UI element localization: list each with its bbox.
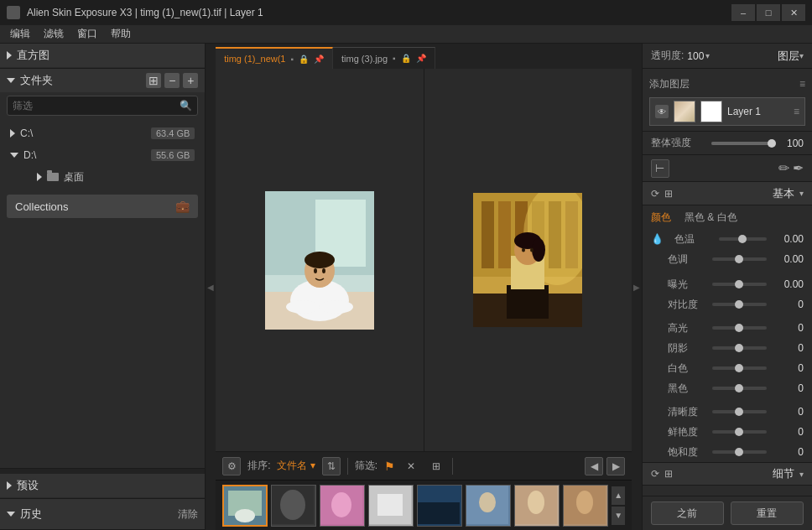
filmstrip-next-button[interactable]: ▼ [612,507,625,525]
slider-track-8[interactable] [712,410,767,413]
settings-button[interactable]: ⚙ [222,457,241,475]
filmstrip-thumb-1[interactable] [222,485,268,527]
tab-1-pin-icon[interactable]: 📌 [416,54,426,63]
sort-value[interactable]: 文件名 ▾ [277,459,315,473]
prev-button[interactable]: ◀ [585,457,603,475]
filmstrip-thumb-5[interactable] [417,485,462,527]
filmstrip-thumb-6[interactable] [466,485,511,527]
slider-thumb-6[interactable] [735,364,743,372]
slider-track-7[interactable] [712,387,767,390]
slider-track-0[interactable] [719,237,767,241]
slider-track-6[interactable] [712,366,767,370]
slider-thumb-8[interactable] [735,408,743,416]
slider-thumb-0[interactable] [738,235,747,243]
image-pane-left[interactable] [216,69,424,451]
divider-1 [347,458,348,475]
preset-header[interactable]: 预设 [0,474,205,497]
fine-section-expand-icon[interactable]: ▾ [799,470,804,479]
slider-thumb-7[interactable] [735,384,743,392]
maximize-button[interactable]: □ [757,4,780,21]
drive-c-label: C:\ [20,127,151,139]
intensity-slider[interactable] [711,142,772,145]
layer-row-1[interactable]: 👁 Layer 1 ≡ [649,97,805,126]
history-clear-button[interactable]: 清除 [178,507,198,522]
flag-icon: ⚑ [384,460,395,473]
slider-thumb-9[interactable] [735,428,743,436]
window-controls[interactable]: – □ ✕ [731,4,805,21]
slider-track-2[interactable] [712,283,767,286]
drive-item-d[interactable]: D:\ 55.6 GB [0,144,205,166]
color-filter-button[interactable]: ⊞ [427,457,445,475]
star-filter-button[interactable]: ✕ [402,457,420,475]
eyedropper-icon[interactable]: 💧 [651,232,664,246]
color-tab-bw[interactable]: 黑色 & 白色 [684,210,737,225]
reset-button[interactable]: 重置 [731,501,804,525]
right-expand-arrow[interactable]: ▶ [632,44,642,530]
before-button[interactable]: 之前 [651,501,724,525]
menu-item-window[interactable]: 窗口 [70,25,104,43]
history-toggle-icon[interactable] [7,512,15,517]
slider-track-9[interactable] [712,430,767,434]
folder-toggle-icon[interactable] [7,78,15,83]
tab-0[interactable]: timg (1)_new(1 ▪ 🔒 📌 [216,47,333,69]
slider-track-5[interactable] [712,346,767,350]
tab-1[interactable]: timg (3).jpg ▪ 🔒 📌 [333,47,435,69]
image-pane-right[interactable] [424,69,632,451]
layers-expand-icon[interactable]: ▾ [799,51,804,60]
filmstrip-thumb-7[interactable] [514,485,560,527]
menu-item-help[interactable]: 帮助 [104,25,138,43]
slider-track-4[interactable] [712,326,767,330]
slider-thumb-10[interactable] [735,448,743,456]
tab-0-pin-icon[interactable]: 📌 [314,55,324,64]
menu-item-filter[interactable]: 滤镜 [37,25,70,43]
slider-row-6: 白色 0 [643,358,812,378]
next-button[interactable]: ▶ [606,457,625,475]
histogram-header[interactable]: 直方图 [0,44,205,67]
filmstrip-thumb-4[interactable] [368,485,414,527]
minimize-button[interactable]: – [731,4,755,21]
color-tab-color[interactable]: 颜色 [651,210,671,225]
svg-rect-13 [481,201,494,268]
filmstrip-prev-button[interactable]: ▲ [612,486,625,505]
slider-thumb-2[interactable] [735,280,743,288]
folder-import-button[interactable]: ⊞ [146,73,161,88]
photo2-image [473,193,582,327]
fine-refresh-icon[interactable]: ⟳ [651,468,659,480]
drive-item-c[interactable]: C:\ 63.4 GB [0,122,205,144]
sort-order-button[interactable]: ⇅ [322,457,341,475]
filmstrip-thumb-2[interactable] [271,485,316,527]
compare-icon[interactable]: ⊞ [664,188,673,200]
slider-track-3[interactable] [712,303,767,306]
paint-brush-icon[interactable]: ✏ ✒ [778,160,804,176]
sliders-container: 💧 色温 0.00 色调 0.00 曝光 0.00 [643,229,812,462]
slider-track-1[interactable] [712,257,767,261]
subfolder-item-desktop[interactable]: 桌面 [0,166,205,188]
layers-menu-icon[interactable]: ≡ [799,78,805,90]
drive-d-size: 55.6 GB [151,149,195,161]
slider-thumb-4[interactable] [735,324,743,332]
folder-remove-button[interactable]: − [164,73,180,88]
folder-add-button[interactable]: + [183,73,198,88]
refresh-icon[interactable]: ⟳ [651,188,659,200]
slider-thumb-1[interactable] [735,255,743,263]
layer-visibility-toggle[interactable]: 👁 [655,105,669,118]
folder-toolbar: ⊞ − + [146,73,198,88]
opacity-dropdown-icon[interactable]: ▾ [705,51,710,60]
slider-thumb-5[interactable] [735,344,743,352]
filmstrip-thumb-8[interactable] [563,485,608,527]
search-input[interactable] [13,100,180,112]
slider-track-10[interactable] [712,450,767,454]
filmstrip-thumb-3[interactable] [320,485,365,527]
layer-options-icon[interactable]: ≡ [794,106,799,117]
slider-thumb-3[interactable] [735,300,743,309]
fine-compare-icon[interactable]: ⊞ [664,468,673,480]
close-button[interactable]: ✕ [782,4,805,21]
left-expand-arrow[interactable]: ◀ [206,44,216,530]
slider-value-4: 0 [773,322,804,334]
crop-button[interactable]: ⊢ [651,159,669,178]
menu-item-edit[interactable]: 编辑 [3,25,37,43]
intensity-slider-thumb[interactable] [768,139,776,148]
basic-section-expand-icon[interactable]: ▾ [799,189,804,198]
collections-bar[interactable]: Collections 💼 [7,195,198,218]
add-layer-button[interactable]: 添加图层 ≡ [649,74,805,94]
